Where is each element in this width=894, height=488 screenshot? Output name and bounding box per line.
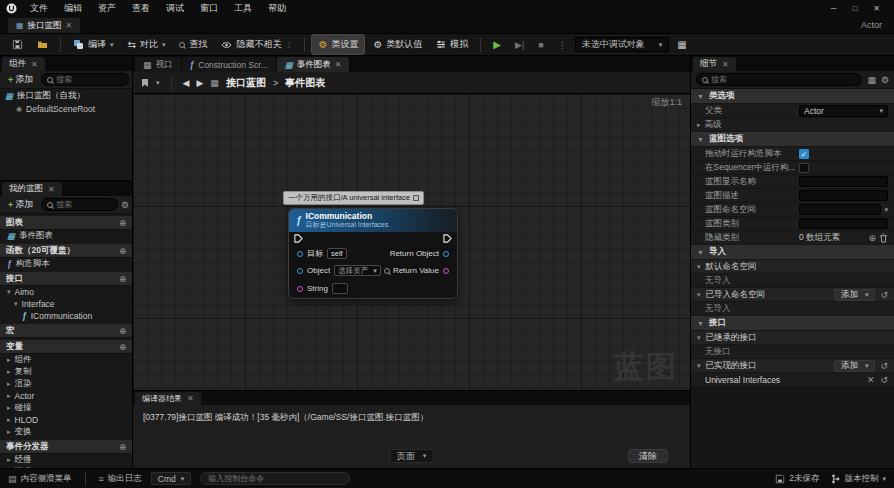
tab-event-graph[interactable]: ▦ 事件图表 ✕ — [277, 57, 350, 72]
exec-output-pin[interactable] — [443, 234, 452, 243]
comment-toggle-icon[interactable] — [413, 195, 419, 201]
tab-components[interactable]: 组件 ✕ — [2, 57, 45, 71]
components-search[interactable] — [41, 73, 129, 86]
reset-icon[interactable]: ↺ — [880, 290, 888, 300]
output-log-button[interactable]: ≡ 输出日志 — [99, 473, 142, 485]
kebab-icon[interactable]: ⋮ — [285, 41, 292, 49]
breadcrumb-current[interactable]: 事件图表 — [285, 76, 325, 90]
section-variables[interactable]: 变量 ⊕ — [0, 340, 132, 354]
class-settings-button[interactable]: ⚙ 类设置 — [311, 34, 365, 55]
frame-skip-button[interactable]: ▶| — [509, 37, 530, 53]
section-graphs[interactable]: 图表 ⊕ — [0, 216, 132, 230]
menu-debug[interactable]: 调试 — [159, 1, 191, 16]
find-button[interactable]: 查找 — [173, 35, 213, 54]
menu-asset[interactable]: 资产 — [91, 1, 123, 16]
target-value-field[interactable]: self — [327, 248, 347, 259]
menu-edit[interactable]: 编辑 — [57, 1, 89, 16]
content-drawer-button[interactable]: ▤ 内容侧滑菜单 — [8, 473, 72, 485]
item-construction-script[interactable]: ƒ 构造脚本 — [0, 258, 132, 270]
close-icon[interactable]: ✕ — [335, 60, 342, 69]
menu-tools[interactable]: 工具 — [227, 1, 259, 16]
forward-icon[interactable]: ▶ — [196, 78, 203, 88]
default-namespace-subheader[interactable]: ▾ 默认命名空间 — [691, 260, 894, 274]
asset-tab-blueprint[interactable]: ▦ 接口蓝图 ✕ — [8, 18, 80, 33]
add-graph-icon[interactable]: ⊕ — [119, 218, 126, 228]
variable-category[interactable]: ▸碰撞 — [0, 402, 132, 414]
back-icon[interactable]: ◀ — [183, 78, 190, 88]
simulate-button[interactable]: 模拟 — [430, 35, 474, 54]
section-event-dispatchers[interactable]: 事件分发器 ⊕ — [0, 440, 132, 454]
implemented-interfaces-subheader[interactable]: ▾ 已实现的接口 添加 ▾ ↺ — [691, 359, 894, 373]
class-defaults-button[interactable]: ⚙ 类默认值 — [367, 35, 428, 54]
return-object-pin[interactable] — [443, 251, 449, 257]
menu-help[interactable]: 帮助 — [261, 1, 293, 16]
run-sequencer-checkbox[interactable] — [799, 163, 809, 173]
interface-category-aimo[interactable]: ▾ Aimo — [0, 286, 132, 298]
gear-icon[interactable]: ⚙ — [881, 75, 889, 85]
section-interfaces[interactable]: ▼ 接口 — [691, 316, 894, 331]
section-functions[interactable]: 函数（20可覆盖） ⊕ — [0, 244, 132, 258]
tab-compiler-results[interactable]: 编译器结果 ✕ — [135, 392, 201, 405]
object-pin[interactable] — [297, 268, 303, 274]
section-macros[interactable]: 宏 ⊕ — [0, 324, 132, 338]
bookmark-icon[interactable] — [141, 78, 149, 88]
target-pin[interactable] — [297, 251, 303, 257]
menu-window[interactable]: 窗口 — [193, 1, 225, 16]
interface-subcategory[interactable]: ▾ Interface — [0, 298, 132, 310]
revision-control-button[interactable]: 版本控制 ▾ — [831, 473, 886, 485]
implemented-interface-item[interactable]: Universal Interfaces — [705, 375, 780, 385]
chevron-down-icon[interactable]: ▾ — [884, 206, 888, 214]
clear-button[interactable]: 清除 — [628, 449, 668, 463]
section-interface[interactable]: 接口 ⊕ — [0, 272, 132, 286]
gear-icon[interactable]: ⚙ — [121, 200, 129, 210]
unsaved-indicator[interactable]: 2未保存 — [775, 473, 819, 485]
trash-icon[interactable] — [879, 233, 888, 243]
reset-icon[interactable]: ↺ — [880, 375, 888, 385]
page-dropdown[interactable]: 页面 ▾ — [389, 449, 435, 463]
tab-details[interactable]: 细节 ✕ — [693, 57, 736, 71]
add-component-button[interactable]: + 添加 — [3, 72, 38, 87]
cmd-dropdown[interactable]: Cmd ▾ — [151, 472, 191, 485]
add-blueprint-item-button[interactable]: + 添加 — [3, 197, 38, 212]
variable-category[interactable]: ▸渲染 — [0, 378, 132, 390]
debug-object-dropdown[interactable]: 未选中调试对象 ▾ — [575, 37, 670, 52]
maximize-icon[interactable]: □ — [852, 4, 857, 13]
tab-construction-script[interactable]: ƒ Construction Scr... — [182, 57, 276, 72]
chevron-down-icon[interactable]: ▾ — [14, 300, 18, 308]
close-icon[interactable]: ✕ — [31, 60, 38, 69]
run-construction-checkbox[interactable]: ✓ — [799, 149, 809, 159]
console-command-input[interactable] — [200, 472, 350, 485]
my-blueprint-search-input[interactable] — [56, 200, 112, 209]
close-icon[interactable]: ✕ — [48, 185, 55, 194]
remove-interface-icon[interactable]: ✕ — [867, 375, 875, 385]
save-button[interactable] — [6, 36, 29, 53]
tab-viewport[interactable]: ▦ 视口 — [135, 57, 181, 72]
graph-canvas[interactable]: 缩放1:1 蓝图 一个万用的接口/A universal interface ƒ… — [133, 94, 690, 390]
description-input[interactable] — [799, 190, 888, 201]
string-pin[interactable] — [297, 286, 303, 292]
namespace-input[interactable] — [799, 204, 881, 215]
variable-category[interactable]: ▸组件 — [0, 354, 132, 366]
add-macro-icon[interactable]: ⊕ — [119, 326, 126, 336]
add-interface-button[interactable]: 添加 ▾ — [834, 360, 876, 372]
play-button[interactable]: ▶ — [487, 36, 507, 53]
variable-category[interactable]: ▸HLOD — [0, 414, 132, 426]
minimize-icon[interactable]: ─ — [831, 4, 837, 13]
browse-button[interactable] — [31, 37, 54, 52]
variable-category[interactable]: ▸复制 — [0, 366, 132, 378]
menu-view[interactable]: 查看 — [125, 1, 157, 16]
section-blueprint-options[interactable]: ▼ 蓝图选项 — [691, 132, 894, 147]
asset-picker-dropdown[interactable]: 选择资产 ▾ — [334, 265, 381, 276]
hide-unrelated-button[interactable]: 隐藏不相关 ⋮ — [215, 35, 298, 54]
compile-button[interactable]: 编译 ▾ — [67, 35, 120, 54]
my-blueprint-search[interactable] — [41, 198, 118, 211]
node-comment-bubble[interactable]: 一个万用的接口/A universal interface — [283, 191, 424, 205]
variable-category[interactable]: ▸Actor — [0, 390, 132, 402]
component-row[interactable]: ◉ DefaultSceneRoot — [0, 102, 132, 115]
add-element-icon[interactable]: ⊕ — [868, 233, 876, 243]
component-root-row[interactable]: ▦ 接口蓝图（自我） — [0, 89, 132, 102]
add-function-icon[interactable]: ⊕ — [119, 246, 126, 256]
chevron-down-icon[interactable]: ▾ — [162, 41, 166, 49]
chevron-down-icon[interactable]: ▾ — [156, 79, 160, 87]
exec-input-pin[interactable] — [294, 234, 303, 243]
